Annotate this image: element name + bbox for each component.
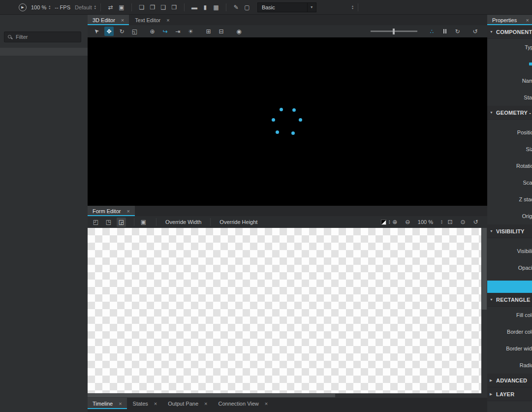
chevron-down-icon: ▾	[307, 3, 316, 12]
lower-icon[interactable]: ❑	[159, 3, 168, 12]
form-canvas[interactable]	[88, 228, 481, 393]
slider-handle[interactable]	[393, 29, 395, 34]
particles-icon[interactable]: ∴	[427, 27, 437, 36]
loading-spinner-dot	[272, 118, 275, 122]
reset-zoom-icon[interactable]: ↺	[471, 218, 480, 227]
preview-zoom-stepper[interactable]: ▴▾	[49, 5, 50, 10]
tab-states[interactable]: States ×	[128, 398, 162, 409]
navigator-panel	[0, 15, 88, 412]
tab-timeline[interactable]: Timeline ×	[88, 398, 127, 409]
section-header-advanced[interactable]: ▶ ADVANCED	[487, 374, 532, 387]
select-tool-icon[interactable]: ➤	[90, 25, 103, 38]
show-bounds-icon[interactable]: ▣	[139, 218, 148, 227]
tab-properties[interactable]: Properties ×	[487, 15, 532, 25]
override-height-button[interactable]: Override Height	[215, 219, 262, 225]
image-icon[interactable]: ▣	[117, 3, 126, 12]
snap-icon[interactable]: ⇥	[173, 27, 183, 36]
horizontal-scrollbar-thumb[interactable]	[88, 394, 335, 397]
style-stepper[interactable]: ▴▾	[352, 5, 353, 10]
camera-speed-slider[interactable]	[371, 29, 417, 34]
close-icon[interactable]: ×	[265, 401, 268, 407]
edit-annotation-icon[interactable]: ✎	[232, 3, 241, 12]
state-stepper[interactable]: ▴▾	[94, 5, 96, 10]
grid-icon[interactable]: ▦	[212, 3, 220, 12]
scale-tool-icon[interactable]: ◱	[130, 27, 139, 36]
anchors-icon[interactable]: ⇄	[106, 3, 115, 12]
send-to-back-icon[interactable]: ❒	[170, 3, 179, 12]
bring-to-front-icon[interactable]: ❏	[137, 3, 146, 12]
no-snapping-icon[interactable]: ◰	[91, 218, 100, 227]
section-header-component[interactable]: ▼ COMPONENT	[487, 25, 532, 39]
form-zoom-value[interactable]: 100 %	[418, 219, 433, 225]
zoom-selection-icon[interactable]: ⊙	[458, 218, 468, 227]
vertical-scrollbar-thumb[interactable]	[482, 228, 487, 310]
section-title: RECTANGLE	[496, 297, 530, 303]
tab-form-editor[interactable]: Form Editor ×	[88, 206, 135, 216]
section-header-visibility[interactable]: ▼ VISIBILITY	[487, 224, 532, 238]
property-label: Type	[525, 44, 532, 50]
filter-box[interactable]	[4, 32, 81, 42]
vertical-scrollbar[interactable]	[481, 228, 487, 393]
navigator-empty-row[interactable]	[0, 48, 88, 56]
undo-icon[interactable]: ↺	[470, 27, 480, 36]
visibility-eye-icon[interactable]: ◉	[234, 27, 244, 36]
preview-zoom-value[interactable]: 100 %	[31, 4, 46, 10]
group-icon[interactable]: ⊞	[204, 27, 213, 36]
shape-icon[interactable]: ▢	[243, 3, 251, 12]
run-button[interactable]: ▶	[19, 3, 27, 11]
tab-label: Text Editor	[135, 17, 160, 23]
close-icon[interactable]: ×	[526, 17, 529, 23]
section-header-layer[interactable]: ▶ LAYER	[487, 387, 532, 401]
filter-input[interactable]	[16, 34, 78, 40]
3d-viewport[interactable]	[88, 37, 487, 206]
stepper-down-icon: ▾	[352, 7, 353, 10]
section-header-geometry[interactable]: ▼ GEOMETRY - 2D	[487, 106, 532, 120]
fit-selected-icon[interactable]: ↪	[160, 27, 170, 36]
type-value-link[interactable]	[529, 63, 532, 65]
ungroup-icon[interactable]: ⊟	[217, 27, 226, 36]
close-icon[interactable]: ×	[121, 17, 124, 23]
close-icon[interactable]: ×	[126, 208, 129, 214]
snap-anchors-icon[interactable]: ◳	[104, 218, 113, 227]
column-icon[interactable]: ▮	[201, 3, 210, 12]
zoom-fit-icon[interactable]: ⊡	[445, 218, 455, 227]
property-label: Position	[517, 129, 532, 135]
rotate-tool-icon[interactable]: ↻	[117, 27, 126, 36]
tab-label: States	[133, 401, 148, 407]
pause-icon[interactable]	[440, 27, 449, 36]
zoom-out-icon[interactable]: ⊖	[403, 218, 412, 227]
tab-text-editor[interactable]: Text Editor ×	[130, 15, 174, 25]
canvas-color-swatch[interactable]	[381, 220, 386, 225]
toolbar-divider	[131, 3, 132, 11]
ruler-icon[interactable]: ▬	[190, 3, 199, 12]
close-icon[interactable]: ×	[204, 401, 207, 407]
form-zoom-stepper[interactable]: ▴▾	[441, 220, 442, 224]
style-combobox[interactable]: Basic ▾	[257, 2, 316, 12]
origin-tool-icon[interactable]: ⊕	[148, 27, 157, 36]
loading-spinner-dot	[276, 130, 279, 134]
close-icon[interactable]: ×	[154, 401, 157, 407]
highlighted-row[interactable]	[487, 281, 532, 293]
raise-icon[interactable]: ❐	[148, 3, 157, 12]
close-icon[interactable]: ×	[119, 401, 122, 407]
property-label: Origin	[522, 213, 532, 219]
zoom-in-icon[interactable]: ⊕	[390, 218, 400, 227]
editor-tabbar: 3D Editor × Text Editor ×	[88, 15, 487, 25]
property-row-radius: Radius	[487, 357, 532, 374]
close-icon[interactable]: ×	[166, 17, 169, 23]
tab-connection-view[interactable]: Connection View ×	[213, 398, 273, 409]
tab-3d-editor[interactable]: 3D Editor ×	[88, 15, 129, 25]
section-header-rectangle[interactable]: ▼ RECTANGLE	[487, 293, 532, 307]
horizontal-scrollbar[interactable]	[88, 393, 487, 398]
chevron-down-icon: ▼	[490, 298, 493, 301]
state-selector[interactable]: Default	[75, 4, 92, 10]
rectangle-rows: Fill color Border color Border width Rad…	[487, 307, 532, 374]
light-icon[interactable]: ☀	[186, 27, 195, 36]
bottom-tabbar: Timeline × States × Output Pane × Connec…	[88, 398, 487, 412]
override-width-button[interactable]: Override Width	[161, 219, 206, 225]
property-label: Rotation	[516, 163, 532, 169]
snap-grid-icon[interactable]: ◲	[117, 218, 126, 227]
tab-output-pane[interactable]: Output Pane ×	[163, 398, 212, 409]
move-tool-icon[interactable]: ✥	[104, 27, 114, 36]
reset-view-icon[interactable]: ↻	[453, 27, 462, 36]
